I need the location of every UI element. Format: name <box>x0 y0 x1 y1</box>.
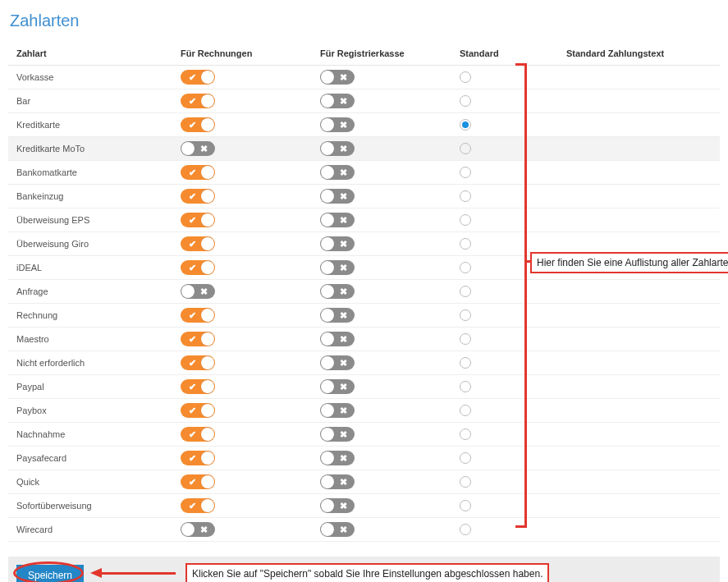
toggle-knob <box>321 118 334 131</box>
toggle-knob <box>181 523 195 536</box>
toggle-register[interactable]: ✖ <box>320 522 355 537</box>
toggle-invoice[interactable]: ✔ <box>181 332 215 346</box>
toggle-knob <box>201 190 214 203</box>
radio-standard[interactable] <box>460 500 471 511</box>
annotation-save-hint: Klicken Sie auf "Speichern" sobald Sie I… <box>185 563 549 582</box>
toggle-register[interactable]: ✖ <box>320 355 355 370</box>
toggle-register[interactable]: ✖ <box>320 284 355 299</box>
toggle-invoice[interactable]: ✖ <box>181 141 215 156</box>
toggle-knob <box>321 285 334 298</box>
toggle-invoice[interactable]: ✔ <box>181 189 215 204</box>
toggle-register[interactable]: ✖ <box>320 498 355 513</box>
payment-text-cell <box>558 304 720 328</box>
radio-standard[interactable] <box>460 428 471 440</box>
toggle-invoice[interactable]: ✔ <box>181 355 215 370</box>
toggle-invoice[interactable]: ✔ <box>181 236 215 251</box>
toggle-invoice[interactable]: ✔ <box>181 403 215 418</box>
toggle-invoice[interactable]: ✔ <box>181 213 215 227</box>
radio-standard[interactable] <box>460 524 471 535</box>
radio-standard[interactable] <box>460 167 471 178</box>
toggle-invoice[interactable]: ✔ <box>181 451 215 465</box>
radio-standard[interactable] <box>460 333 471 345</box>
payment-name: Nicht erforderlich <box>8 351 172 375</box>
toggle-knob <box>321 261 334 274</box>
toggle-register[interactable]: ✖ <box>320 379 355 394</box>
radio-standard[interactable] <box>460 357 471 369</box>
toggle-invoice[interactable]: ✔ <box>181 427 215 442</box>
toggle-knob <box>201 451 214 465</box>
save-button[interactable]: Speichern <box>16 565 84 582</box>
radio-standard[interactable] <box>460 381 471 392</box>
toggle-knob <box>201 356 214 369</box>
table-row: Bankomatkarte✔✖ <box>8 161 720 185</box>
toggle-register[interactable]: ✖ <box>320 308 355 323</box>
toggle-register[interactable]: ✖ <box>320 474 355 489</box>
check-icon: ✔ <box>182 70 202 85</box>
payment-name: Paysafecard <box>8 447 172 470</box>
toggle-invoice[interactable]: ✔ <box>181 117 215 132</box>
payment-name: Paypal <box>8 375 172 399</box>
radio-standard[interactable] <box>460 143 471 154</box>
toggle-knob <box>201 428 214 441</box>
x-icon: ✖ <box>333 308 353 323</box>
toggle-invoice[interactable]: ✔ <box>181 308 215 323</box>
toggle-knob <box>181 285 195 298</box>
payment-name: Überweisung EPS <box>8 209 172 232</box>
radio-standard[interactable] <box>460 262 471 273</box>
toggle-knob <box>201 213 214 227</box>
payment-name: Kreditkarte MoTo <box>8 137 172 161</box>
toggle-invoice[interactable]: ✖ <box>181 284 215 299</box>
toggle-register[interactable]: ✖ <box>320 165 355 180</box>
toggle-knob <box>201 404 214 417</box>
radio-standard[interactable] <box>460 119 471 131</box>
radio-standard[interactable] <box>460 452 471 464</box>
x-icon: ✖ <box>333 355 353 370</box>
x-icon: ✖ <box>333 403 353 418</box>
payment-text-cell <box>558 137 720 161</box>
toggle-invoice[interactable]: ✖ <box>181 522 215 537</box>
toggle-invoice[interactable]: ✔ <box>181 94 215 108</box>
toggle-knob <box>321 475 334 488</box>
table-row: Paysafecard✔✖ <box>8 447 720 470</box>
radio-standard[interactable] <box>460 214 471 226</box>
toggle-register[interactable]: ✖ <box>320 189 355 204</box>
check-icon: ✔ <box>182 451 202 465</box>
toggle-register[interactable]: ✖ <box>320 403 355 418</box>
toggle-register[interactable]: ✖ <box>320 141 355 156</box>
x-icon: ✖ <box>333 189 353 204</box>
radio-standard[interactable] <box>460 238 471 250</box>
payment-name: Paybox <box>8 399 172 423</box>
radio-standard[interactable] <box>460 190 471 202</box>
toggle-invoice[interactable]: ✔ <box>181 379 215 394</box>
toggle-register[interactable]: ✖ <box>320 70 355 85</box>
toggle-register[interactable]: ✖ <box>320 451 355 465</box>
toggle-knob <box>201 332 214 346</box>
payment-text-cell <box>558 185 720 209</box>
toggle-invoice[interactable]: ✔ <box>181 70 215 85</box>
x-icon: ✖ <box>333 332 353 346</box>
payment-text-cell <box>558 89 720 113</box>
toggle-register[interactable]: ✖ <box>320 427 355 442</box>
radio-standard[interactable] <box>460 476 471 488</box>
payment-name: Bankomatkarte <box>8 161 172 185</box>
toggle-invoice[interactable]: ✔ <box>181 165 215 180</box>
payment-text-cell <box>558 66 720 89</box>
toggle-register[interactable]: ✖ <box>320 117 355 132</box>
toggle-register[interactable]: ✖ <box>320 213 355 227</box>
toggle-register[interactable]: ✖ <box>320 94 355 108</box>
toggle-knob <box>201 166 214 179</box>
toggle-register[interactable]: ✖ <box>320 236 355 251</box>
toggle-invoice[interactable]: ✔ <box>181 498 215 513</box>
table-row: Bankeinzug✔✖ <box>8 185 720 209</box>
toggle-register[interactable]: ✖ <box>320 332 355 346</box>
radio-standard[interactable] <box>460 71 471 83</box>
radio-standard[interactable] <box>460 309 471 321</box>
toggle-register[interactable]: ✖ <box>320 260 355 275</box>
toggle-invoice[interactable]: ✔ <box>181 260 215 275</box>
x-icon: ✖ <box>333 284 353 299</box>
table-row: Quick✔✖ <box>8 470 720 494</box>
radio-standard[interactable] <box>460 95 471 107</box>
radio-standard[interactable] <box>460 405 471 416</box>
toggle-invoice[interactable]: ✔ <box>181 474 215 489</box>
radio-standard[interactable] <box>460 286 471 297</box>
